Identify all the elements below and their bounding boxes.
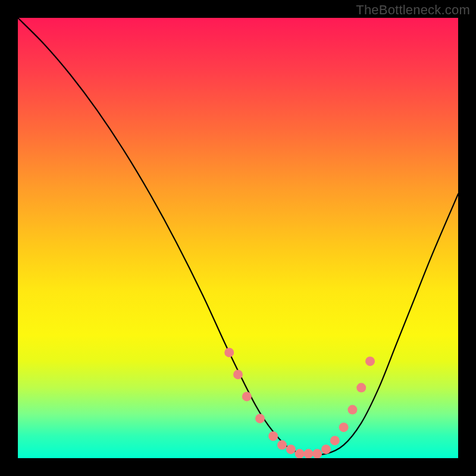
curve-markers bbox=[224, 347, 375, 458]
curve-marker-dot bbox=[277, 440, 287, 450]
curve-marker-dot bbox=[268, 431, 278, 441]
curve-marker-dot bbox=[312, 449, 322, 458]
curve-marker-dot bbox=[330, 436, 340, 445]
curve-marker-dot bbox=[365, 356, 375, 366]
bottleneck-curve-path bbox=[18, 18, 458, 455]
curve-marker-dot bbox=[286, 444, 296, 454]
curve-marker-dot bbox=[233, 369, 243, 379]
watermark-text: TheBottleneck.com bbox=[356, 2, 470, 18]
curve-marker-dot bbox=[339, 422, 349, 432]
curve-marker-dot bbox=[303, 449, 313, 458]
curve-marker-dot bbox=[242, 392, 252, 401]
curve-marker-dot bbox=[321, 444, 331, 454]
curve-marker-dot bbox=[255, 414, 265, 423]
curve-marker-dot bbox=[224, 347, 234, 357]
curve-marker-dot bbox=[347, 405, 357, 415]
curve-marker-dot bbox=[356, 383, 366, 393]
bottleneck-curve-svg bbox=[18, 18, 458, 458]
curve-marker-dot bbox=[295, 449, 305, 458]
chart-plot-area bbox=[18, 18, 458, 458]
